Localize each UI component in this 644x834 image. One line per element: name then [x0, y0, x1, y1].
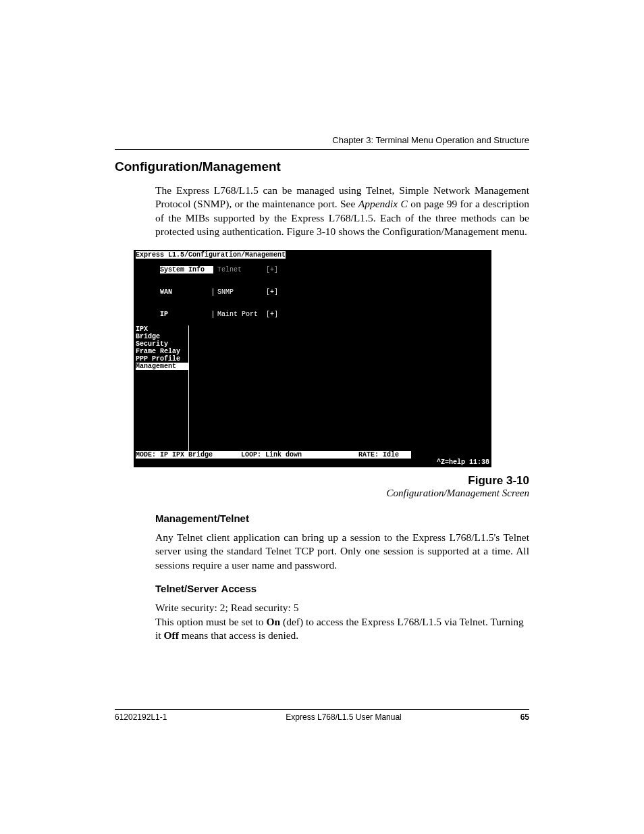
- terminal-menu-bridge: Bridge: [136, 333, 189, 340]
- page-footer: 61202192L1-1 Express L768/L1.5 User Manu…: [115, 709, 529, 722]
- terminal-item-maint-port: Maint Port [+]: [213, 311, 278, 318]
- terminal-item-suffix: [+]: [266, 288, 278, 296]
- terminal-item-label: Maint Port: [217, 311, 258, 318]
- terminal-title: Express L1.5/Configuration/Management: [136, 251, 286, 259]
- terminal-menu-security: Security: [136, 340, 189, 348]
- terminal-item-snmp: SNMP [+]: [213, 288, 278, 296]
- terminal-item-suffix: [+]: [266, 311, 278, 318]
- status-mode-value: IP IPX Bridge: [160, 451, 213, 459]
- status-rate-label: RATE:: [358, 451, 383, 459]
- terminal-menu-ipx: IPX: [136, 325, 189, 333]
- status-loop-value: Link down: [265, 451, 302, 459]
- terminal-menu-system-info: System Info: [160, 266, 213, 273]
- status-mode-label: MODE:: [136, 451, 160, 459]
- subsection-paragraph: Any Telnet client application can bring …: [155, 531, 529, 572]
- section-title: Configuration/Management: [115, 159, 529, 174]
- intro-paragraph: The Express L768/L1.5 can be managed usi…: [155, 184, 529, 239]
- chapter-header: Chapter 3: Terminal Menu Operation and S…: [115, 135, 529, 145]
- terminal-menu-management: Management: [136, 363, 189, 370]
- terminal-item-label: Telnet: [217, 266, 242, 273]
- on-bold: On: [266, 616, 280, 627]
- status-rate-value: Idle: [383, 451, 399, 459]
- terminal-body-spacer: [136, 370, 489, 451]
- terminal-item-label: SNMP: [217, 288, 234, 296]
- terminal-item-suffix: [+]: [266, 266, 278, 273]
- server-access-a: This option must be set to: [155, 616, 266, 627]
- footer-page-number: 65: [520, 712, 529, 722]
- terminal-menu-wan: WAN: [160, 288, 213, 296]
- subsection-management-telnet: Management/Telnet Any Telnet client appl…: [155, 513, 529, 643]
- terminal-help-line: ^Z=help 11:38: [136, 459, 489, 466]
- terminal-menu-ip: IP: [160, 311, 213, 318]
- appendix-reference: Appendix C: [358, 198, 408, 209]
- subsection-heading: Management/Telnet: [155, 513, 529, 524]
- figure-title: Configuration/Management Screen: [115, 488, 529, 499]
- manual-page: Chapter 3: Terminal Menu Operation and S…: [0, 0, 644, 834]
- terminal-screenshot: Express L1.5/Configuration/Management Sy…: [134, 250, 491, 467]
- figure-number: Figure 3-10: [115, 474, 529, 488]
- footer-center: Express L768/L1.5 User Manual: [286, 712, 401, 722]
- server-access-c: means that access is denied.: [179, 629, 298, 641]
- intro-block: The Express L768/L1.5 can be managed usi…: [155, 184, 529, 239]
- terminal-item-telnet: Telnet [+]: [213, 266, 278, 273]
- terminal-status-bar: MODE: IP IPX Bridge LOOP: Link down RATE…: [136, 451, 489, 459]
- status-loop-label: LOOP:: [241, 451, 265, 459]
- off-bold: Off: [164, 629, 179, 641]
- terminal-menu-frame-relay: Frame Relay: [136, 348, 189, 355]
- terminal-menu-ppp-profile: PPP Profile: [136, 355, 189, 363]
- header-rule: [115, 149, 529, 150]
- footer-left: 61202192L1-1: [115, 712, 167, 722]
- figure-caption: Figure 3-10 Configuration/Management Scr…: [115, 474, 529, 499]
- subsection-paragraph: Write security: 2; Read security: 5 This…: [155, 601, 529, 642]
- subsection-heading: Telnet/Server Access: [155, 583, 529, 594]
- footer-rule: [115, 709, 529, 710]
- security-line: Write security: 2; Read security: 5: [155, 602, 298, 613]
